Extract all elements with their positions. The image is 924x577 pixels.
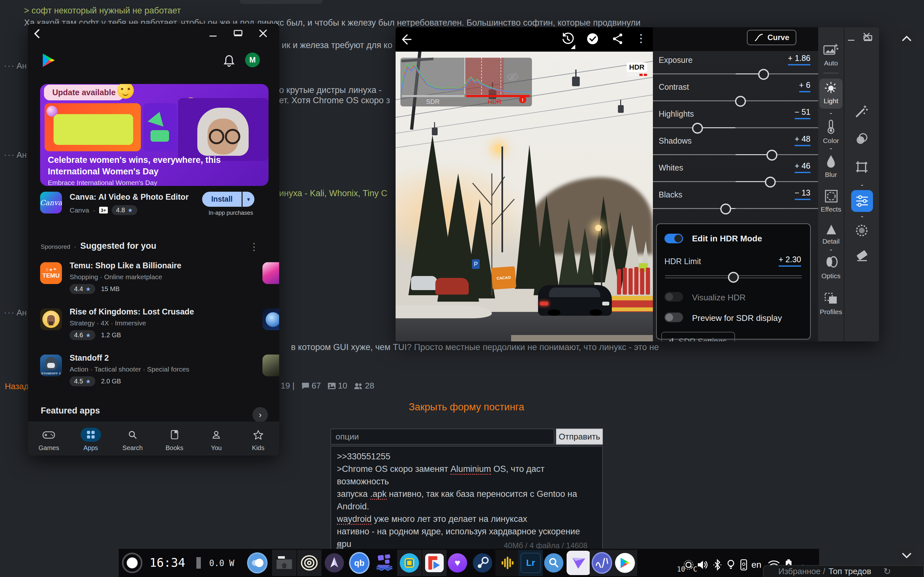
steam-icon[interactable] xyxy=(472,553,493,573)
collapsed-dots[interactable]: ··· xyxy=(4,61,15,71)
featured-app-row[interactable]: Canva Canva: AI Video & Photo Editor Can… xyxy=(40,192,268,218)
tool-label-optics[interactable]: Optics xyxy=(818,272,844,280)
loupe-search-icon[interactable] xyxy=(543,553,564,573)
grain-icon[interactable] xyxy=(855,223,869,239)
slider-value[interactable]: + 6 xyxy=(799,81,811,92)
slider-knob[interactable] xyxy=(766,150,777,161)
blur-icon[interactable] xyxy=(826,154,836,169)
histogram-overlay[interactable]: SDR HDR ! xyxy=(401,58,532,106)
slider-knob[interactable] xyxy=(735,96,746,107)
crop-rotate-icon[interactable] xyxy=(855,160,869,175)
photo-canvas[interactable]: ⋮ xyxy=(396,27,653,342)
clock[interactable]: 16:34 xyxy=(150,556,185,570)
collapsed-dots[interactable]: ··· xyxy=(4,150,15,160)
close-button[interactable] xyxy=(255,26,271,40)
slider-track[interactable] xyxy=(653,100,818,101)
fplay-store-icon[interactable] xyxy=(424,553,445,573)
account-avatar[interactable]: M xyxy=(245,53,260,67)
toggle-app-icon[interactable] xyxy=(247,553,268,573)
options-input[interactable]: опции xyxy=(330,429,554,445)
more-options-icon[interactable]: ⋮ xyxy=(636,32,646,45)
google-play-taskbar-icon[interactable] xyxy=(615,553,635,573)
slider-value[interactable]: − 13 xyxy=(795,188,811,200)
lr-close-button[interactable] xyxy=(863,32,871,41)
bluetooth-icon[interactable] xyxy=(711,558,724,571)
slider-track[interactable] xyxy=(653,208,818,209)
close-posting-form-link[interactable]: Закрыть форму постинга xyxy=(370,401,563,413)
heart-wave-icon[interactable]: ♥ xyxy=(447,553,468,573)
tool-label-auto[interactable]: Auto xyxy=(818,59,844,67)
forum-link-fragment[interactable]: инуха - Kali, Whonix, Tiny C xyxy=(279,189,387,198)
featured-apps-next-button[interactable]: › xyxy=(252,407,268,422)
file-manager-icon[interactable] xyxy=(274,553,294,573)
effects-icon[interactable] xyxy=(825,189,838,204)
tool-light-selected[interactable]: Light xyxy=(819,79,843,109)
profiles-icon[interactable] xyxy=(825,293,838,307)
hdr-limit-knob[interactable] xyxy=(728,272,739,283)
slider-track[interactable] xyxy=(653,181,818,182)
slider-value[interactable]: + 1.86 xyxy=(788,53,811,65)
slider-value[interactable]: + 46 xyxy=(795,161,811,173)
color-icon[interactable] xyxy=(827,119,835,135)
slider-knob[interactable] xyxy=(758,69,769,80)
nav-books[interactable]: Books xyxy=(153,428,195,452)
collapsed-dots[interactable]: ··· xyxy=(4,308,15,318)
lr-minimize-button[interactable] xyxy=(847,31,855,45)
curve-button[interactable]: Curve xyxy=(747,30,796,45)
volume-icon[interactable] xyxy=(696,558,709,571)
slider-knob[interactable] xyxy=(692,123,703,134)
visualize-hdr-toggle[interactable] xyxy=(664,292,683,301)
history-icon[interactable] xyxy=(561,32,574,47)
scroll-to-bottom-button[interactable] xyxy=(897,546,916,565)
install-button[interactable]: Install xyxy=(202,192,241,207)
tool-label-detail[interactable]: Detail xyxy=(818,237,844,245)
tool-label-effects[interactable]: Effects xyxy=(818,205,844,213)
minimize-button[interactable] xyxy=(205,26,221,40)
window-back-button[interactable] xyxy=(32,28,45,41)
back-link[interactable]: Назад xyxy=(5,382,29,392)
tool-label-profiles[interactable]: Profiles xyxy=(818,308,844,316)
nav-search[interactable]: Search xyxy=(111,428,153,452)
share-icon[interactable] xyxy=(612,33,624,46)
slider-knob[interactable] xyxy=(765,177,776,187)
phone-link-icon[interactable] xyxy=(737,558,750,571)
proton-vpn-icon[interactable] xyxy=(569,553,589,573)
healing-brush-icon[interactable] xyxy=(854,132,869,147)
app-list-row[interactable]: STANDOFF 2 Standoff 2 Action · Tactical … xyxy=(40,353,279,388)
sailing-ship-icon[interactable] xyxy=(374,553,395,573)
play-store-logo[interactable] xyxy=(41,53,55,69)
promo-banner[interactable]: Update available Celebrate women's wins,… xyxy=(40,84,268,186)
optics-icon[interactable] xyxy=(824,255,838,269)
hdr-limit-track[interactable] xyxy=(665,276,802,278)
eye-off-icon[interactable] xyxy=(506,71,519,84)
tool-label-blur[interactable]: Blur xyxy=(818,171,844,179)
portal-app-icon[interactable] xyxy=(399,553,420,573)
detail-icon[interactable] xyxy=(825,223,837,237)
notifications-bell-icon[interactable] xyxy=(223,55,235,68)
sdr-settings-button[interactable]: SDR Settings xyxy=(661,332,735,342)
nav-games[interactable]: Games xyxy=(28,428,69,452)
nav-apps[interactable]: Apps xyxy=(70,428,111,452)
auto-icon[interactable] xyxy=(822,43,839,58)
preview-sdr-toggle[interactable] xyxy=(664,313,683,322)
nav-you[interactable]: You xyxy=(195,428,237,452)
hdr-limit-value[interactable]: + 2.30 xyxy=(779,255,801,267)
hdr-warning-icon[interactable]: ! xyxy=(519,96,526,103)
favorites-tab[interactable]: Избранное / xyxy=(779,566,825,576)
slider-track[interactable] xyxy=(653,154,818,155)
done-check-icon[interactable] xyxy=(586,32,599,47)
audio-waveform-icon[interactable] xyxy=(497,553,518,573)
app-list-row[interactable]: Rise of Kingdoms: Lost Crusade Strategy … xyxy=(40,307,279,342)
qbittorrent-icon[interactable]: qb xyxy=(349,553,370,573)
hdr-mode-toggle[interactable] xyxy=(664,234,683,243)
system-monitor-icon[interactable] xyxy=(591,553,612,573)
top-threads-tab[interactable]: Топ тредов xyxy=(829,566,871,576)
back-arrow-icon[interactable] xyxy=(399,33,412,47)
slider-track[interactable] xyxy=(653,127,818,128)
maximize-button[interactable] xyxy=(230,26,246,40)
nav-kids[interactable]: Kids xyxy=(237,428,279,452)
record-button[interactable] xyxy=(122,553,142,573)
eraser-icon[interactable] xyxy=(855,249,869,264)
lightroom-icon[interactable]: Lr xyxy=(520,553,541,573)
scroll-to-top-button[interactable] xyxy=(897,29,916,47)
